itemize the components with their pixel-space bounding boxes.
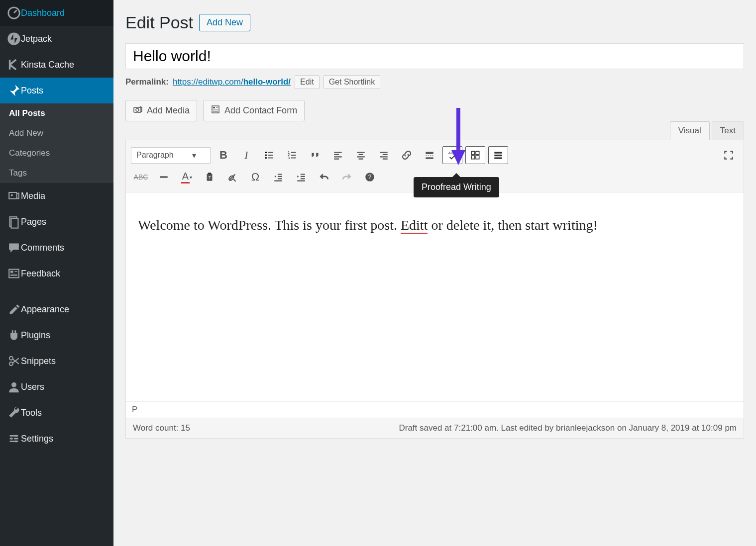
toolbar-toggle-button[interactable] (488, 146, 508, 164)
align-center-button[interactable] (351, 146, 371, 164)
sidebar-label: Settings (21, 434, 53, 444)
svg-rect-29 (471, 156, 475, 159)
users-icon (7, 380, 21, 394)
align-right-button[interactable] (374, 146, 394, 164)
sidebar-item-comments[interactable]: Comments (0, 235, 113, 261)
sidebar-item-media[interactable]: Media (0, 183, 113, 209)
format-select[interactable]: Paragraph ▾ (131, 147, 211, 164)
comments-icon (7, 241, 21, 255)
sidebar-submenu-posts: All Posts Add New Categories Tags (0, 103, 113, 183)
plugins-icon (7, 328, 21, 342)
permalink-link[interactable]: https://editwp.com/hello-world/ (173, 77, 291, 87)
sidebar-item-appearance[interactable]: Appearance (0, 296, 113, 322)
svg-rect-35 (208, 173, 212, 174)
tab-visual[interactable]: Visual (670, 121, 710, 140)
sidebar-item-plugins[interactable]: Plugins (0, 322, 113, 348)
sidebar-label: Media (21, 191, 45, 201)
svg-rect-27 (471, 151, 475, 155)
sidebar-label: Comments (21, 243, 64, 253)
svg-text:T: T (209, 175, 212, 180)
svg-rect-28 (476, 151, 479, 155)
text-color-button[interactable]: A ▾ (177, 168, 197, 186)
special-character-button[interactable]: Ω (245, 168, 265, 186)
permalink-label: Permalink: (125, 77, 169, 87)
sidebar-item-settings[interactable]: Settings (0, 426, 113, 452)
chevron-down-icon: ▾ (190, 175, 192, 180)
form-icon (211, 104, 220, 117)
media-icon (7, 189, 21, 203)
tools-icon (7, 406, 21, 420)
italic-button[interactable]: I (236, 146, 256, 164)
sidebar-item-tools[interactable]: Tools (0, 400, 113, 426)
sidebar-sub-categories[interactable]: Categories (0, 143, 113, 163)
permalink-edit-button[interactable]: Edit (295, 75, 320, 89)
sidebar-sub-add-new[interactable]: Add New (0, 123, 113, 143)
svg-rect-31 (494, 152, 502, 153)
sidebar-item-feedback[interactable]: Feedback (0, 261, 113, 286)
save-status: Draft saved at 7:21:00 am. Last edited b… (399, 423, 737, 433)
sidebar-item-posts[interactable]: Posts (0, 78, 113, 103)
editor-status-bar: Word count: 15 Draft saved at 7:21:00 am… (126, 418, 744, 438)
svg-rect-24 (426, 152, 433, 154)
dashboard-icon (7, 6, 21, 20)
admin-sidebar: Dashboard Jetpack Kinsta Cache Posts All… (0, 0, 113, 546)
unordered-list-button[interactable] (259, 146, 279, 164)
outdent-button[interactable] (268, 168, 288, 186)
svg-rect-25 (426, 157, 433, 159)
link-button[interactable] (397, 146, 417, 164)
add-contact-form-button[interactable]: Add Contact Form (203, 100, 305, 121)
bold-button[interactable]: B (214, 146, 233, 164)
pin-icon (7, 84, 21, 97)
sidebar-label: Appearance (21, 304, 69, 315)
kinsta-icon (7, 58, 21, 72)
hr-button[interactable] (154, 168, 174, 186)
sidebar-sub-tags[interactable]: Tags (0, 163, 113, 183)
svg-rect-5 (11, 218, 18, 228)
settings-icon (7, 432, 21, 446)
page-title: Edit Post (125, 13, 193, 32)
svg-text:?: ? (368, 174, 372, 181)
strikethrough-button[interactable]: ABC (131, 168, 151, 186)
svg-point-10 (11, 382, 16, 387)
camera-icon (133, 104, 143, 117)
svg-point-18 (265, 152, 267, 153)
get-shortlink-button[interactable]: Get Shortlink (324, 75, 380, 89)
feedback-icon (7, 267, 21, 280)
paste-text-button[interactable]: T (200, 168, 219, 186)
sidebar-item-jetpack[interactable]: Jetpack (0, 26, 113, 52)
sidebar-label: Plugins (21, 330, 50, 341)
chevron-down-icon: ▾ (192, 151, 196, 160)
svg-rect-32 (494, 155, 502, 156)
sidebar-item-users[interactable]: Users (0, 374, 113, 400)
clear-formatting-button[interactable] (222, 168, 242, 186)
svg-rect-6 (9, 270, 19, 278)
page-header: Edit Post Add New (125, 13, 744, 32)
sidebar-label: Kinsta Cache (21, 60, 74, 70)
undo-button[interactable] (314, 168, 334, 186)
help-button[interactable]: ? (360, 168, 380, 186)
indent-button[interactable] (291, 168, 311, 186)
sidebar-item-kinsta[interactable]: Kinsta Cache (0, 52, 113, 78)
editor-element-path[interactable]: P (126, 401, 744, 418)
sidebar-item-pages[interactable]: Pages (0, 209, 113, 235)
add-new-button[interactable]: Add New (199, 14, 250, 31)
blockquote-button[interactable] (305, 146, 325, 164)
read-more-button[interactable] (420, 146, 439, 164)
svg-point-13 (15, 441, 17, 443)
sidebar-item-dashboard[interactable]: Dashboard (0, 0, 113, 26)
align-left-button[interactable] (328, 146, 348, 164)
ordered-list-button[interactable]: 123 (282, 146, 302, 164)
editor-content[interactable]: Welcome to WordPress. This is your first… (126, 192, 744, 401)
post-title-input[interactable] (125, 43, 744, 69)
fullscreen-button[interactable] (719, 146, 739, 164)
spelling-error[interactable]: Editt (401, 217, 428, 234)
sidebar-label: Posts (21, 86, 43, 96)
redo-button[interactable] (337, 168, 357, 186)
sidebar-item-snippets[interactable]: Snippets (0, 348, 113, 374)
page-builder-button[interactable] (465, 146, 485, 164)
svg-point-3 (11, 194, 13, 196)
add-media-button[interactable]: Add Media (125, 100, 197, 121)
tab-text[interactable]: Text (712, 121, 744, 140)
svg-point-1 (7, 32, 20, 45)
sidebar-sub-all-posts[interactable]: All Posts (0, 103, 113, 123)
